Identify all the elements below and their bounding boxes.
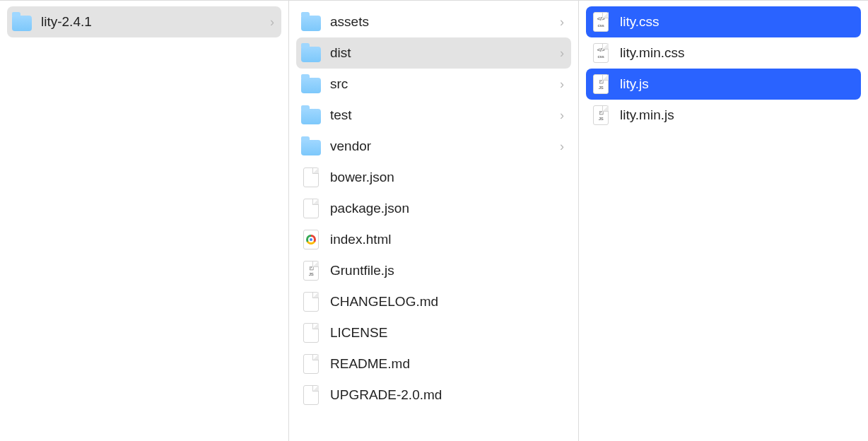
- item-label: README.md: [330, 356, 564, 372]
- chevron-right-icon: ›: [270, 15, 274, 30]
- css-file-icon: [590, 42, 611, 64]
- file-icon: [300, 384, 322, 406]
- folder-icon: [300, 105, 322, 126]
- item-label: index.html: [330, 232, 564, 247]
- list-item[interactable]: LICENSE: [296, 317, 571, 348]
- js-file-icon: [300, 260, 322, 281]
- file-icon: [300, 353, 322, 375]
- folder-icon: [300, 74, 322, 95]
- item-label: bower.json: [330, 170, 564, 185]
- folder-icon: [300, 42, 322, 64]
- list-item[interactable]: lity.css: [586, 6, 861, 37]
- list-item[interactable]: index.html: [296, 224, 571, 255]
- list-item[interactable]: lity.js: [586, 69, 861, 100]
- list-item[interactable]: test›: [296, 100, 571, 131]
- js-file-icon: [590, 74, 611, 95]
- list-item[interactable]: package.json: [296, 193, 571, 224]
- item-label: lity.css: [620, 14, 854, 30]
- folder-icon: [11, 11, 33, 33]
- item-label: test: [330, 107, 560, 123]
- item-label: Gruntfile.js: [330, 263, 564, 278]
- file-icon: [300, 291, 322, 312]
- item-label: lity.min.css: [620, 45, 854, 61]
- item-label: UPGRADE-2.0.md: [330, 387, 564, 403]
- file-icon: [300, 322, 322, 343]
- chevron-right-icon: ›: [560, 108, 564, 123]
- finder-column-view: lity-2.4.1› assets›dist›src›test›vendor›…: [0, 0, 868, 441]
- folder-icon: [300, 136, 322, 157]
- chevron-right-icon: ›: [560, 46, 564, 61]
- list-item[interactable]: lity.min.css: [586, 37, 861, 69]
- list-item[interactable]: vendor›: [296, 131, 571, 162]
- column-0[interactable]: lity-2.4.1›: [0, 1, 289, 441]
- list-item[interactable]: bower.json: [296, 162, 571, 193]
- item-label: LICENSE: [330, 325, 564, 341]
- item-label: vendor: [330, 139, 560, 154]
- chevron-right-icon: ›: [560, 139, 564, 154]
- item-label: lity.js: [620, 76, 854, 92]
- chevron-right-icon: ›: [560, 77, 564, 92]
- file-icon: [300, 167, 322, 188]
- css-file-icon: [590, 11, 611, 33]
- js-file-icon: [590, 105, 611, 126]
- item-label: package.json: [330, 201, 564, 216]
- list-item[interactable]: assets›: [296, 6, 571, 37]
- folder-icon: [300, 11, 322, 33]
- file-icon: [300, 198, 322, 219]
- item-label: dist: [330, 45, 560, 61]
- list-item[interactable]: README.md: [296, 348, 571, 380]
- chrome-icon: [300, 229, 322, 250]
- list-item[interactable]: UPGRADE-2.0.md: [296, 380, 571, 411]
- item-label: CHANGELOG.md: [330, 294, 564, 310]
- item-label: lity-2.4.1: [41, 14, 270, 30]
- item-label: assets: [330, 14, 560, 30]
- column-2[interactable]: lity.csslity.min.csslity.jslity.min.js: [579, 1, 868, 441]
- list-item[interactable]: src›: [296, 69, 571, 100]
- chevron-right-icon: ›: [560, 15, 564, 30]
- list-item[interactable]: dist›: [296, 37, 571, 69]
- item-label: src: [330, 76, 560, 92]
- list-item[interactable]: lity.min.js: [586, 100, 861, 131]
- column-1[interactable]: assets›dist›src›test›vendor›bower.jsonpa…: [289, 1, 579, 441]
- list-item[interactable]: lity-2.4.1›: [7, 6, 281, 37]
- list-item[interactable]: CHANGELOG.md: [296, 286, 571, 317]
- list-item[interactable]: Gruntfile.js: [296, 255, 571, 286]
- item-label: lity.min.js: [620, 107, 854, 123]
